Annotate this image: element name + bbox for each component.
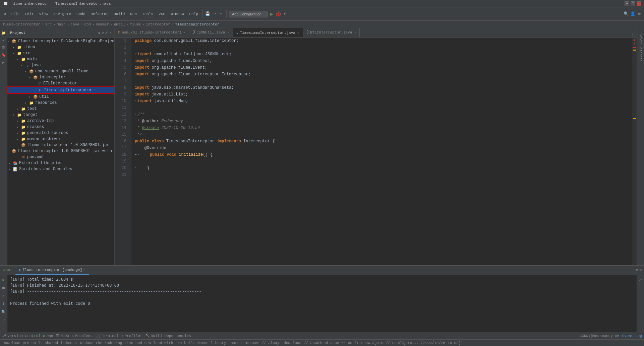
status-problems[interactable]: ⚠ Problems — [72, 334, 93, 338]
status-build[interactable]: 🔨 Build — [145, 334, 162, 338]
maven-icon[interactable]: Maven — [637, 36, 644, 43]
tab-close-etl[interactable]: ✕ — [354, 30, 356, 34]
status-version-control[interactable]: ⎇ Version Control — [2, 334, 41, 338]
tree-item-etl[interactable]: ▸ C ETLInterceptor — [7, 80, 114, 86]
panel-icon-gear[interactable]: ⚙ — [102, 30, 104, 35]
save-icon[interactable]: 💾 — [205, 11, 211, 17]
fold-3[interactable]: ▾ — [135, 51, 137, 58]
window-controls[interactable]: — □ ✕ — [625, 1, 641, 6]
breadcrumb-item-summer[interactable]: summer — [96, 22, 109, 26]
breadcrumb-item-java[interactable]: java — [70, 22, 79, 26]
tree-item-timestamp[interactable]: ▸ C TimestampInterceptor — [7, 86, 114, 94]
bookmarks-icon[interactable]: 🔖 — [0, 52, 7, 58]
breadcrumb-item-main[interactable]: main — [57, 22, 65, 26]
tree-item-java[interactable]: ▾ ☕ java — [7, 62, 114, 68]
maximize-button[interactable]: □ — [631, 1, 635, 6]
add-config-button[interactable]: Add Configuration... — [229, 11, 268, 17]
tab-etl[interactable]: J ETLInterceptor.java ✕ — [303, 28, 360, 37]
navigate-menu[interactable]: Navigate — [51, 11, 73, 17]
fold-10[interactable]: ▾ — [135, 98, 137, 105]
tree-item-generated[interactable]: ▸ 📁 generated-sources — [7, 130, 114, 136]
undo-icon[interactable]: ↩ — [212, 11, 217, 17]
run-panel-icon[interactable]: ▶ — [0, 59, 7, 66]
tree-item-resources[interactable]: ▸ 📁 resources — [7, 100, 114, 106]
tree-item-external[interactable]: ▸ 📚 External Libraries — [7, 160, 114, 166]
status-dependencies[interactable]: Dependencies — [165, 334, 191, 338]
tab-close-pom[interactable]: ✕ — [183, 30, 185, 34]
bottom-tab-run[interactable]: ▶ flume-interceptor [package] ✕ — [15, 266, 89, 275]
status-profiler[interactable]: ⚡ Profiler — [121, 334, 142, 338]
tab-timestamp[interactable]: J TimestampInterceptor.java ✕ — [233, 28, 303, 37]
run-play-icon[interactable]: ▶ — [0, 276, 7, 283]
tree-item-classes[interactable]: ▸ 📁 classes — [7, 124, 114, 130]
refactor-menu[interactable]: Refactor — [89, 11, 110, 17]
breadcrumb-item-class[interactable]: TimestampInterceptor — [175, 22, 219, 26]
tree-item-archive[interactable]: ▸ 📁 archive-tmp — [7, 118, 114, 124]
tab-close-jsonutil[interactable]: ✕ — [227, 30, 229, 34]
status-todo[interactable]: ☰ TODO — [56, 334, 69, 338]
breadcrumb-item-flume[interactable]: flume — [130, 22, 141, 26]
user-icon[interactable]: 👤 — [630, 11, 635, 17]
profile-button[interactable]: ⚡ — [282, 11, 288, 17]
panel-icon-close[interactable]: ✕ — [109, 30, 112, 35]
tree-item-maven-archiver[interactable]: ▸ 📁 maven-archiver — [7, 136, 114, 142]
build-menu[interactable]: Build — [112, 11, 127, 17]
minimize-button[interactable]: — — [625, 1, 629, 6]
vcs-menu[interactable]: VCS — [157, 11, 167, 17]
scroll-icon[interactable]: ⤓ — [0, 300, 7, 307]
run-tab-close[interactable]: ✕ — [83, 268, 85, 272]
rerun-icon[interactable]: ↺ — [0, 292, 7, 299]
tab-jsonutil[interactable]: J JSONUtil.java ✕ — [189, 28, 233, 37]
panel-icon-sort[interactable]: ⇅ — [98, 30, 100, 35]
fold-20[interactable]: ▾ — [135, 165, 137, 171]
tree-item-pom[interactable]: ▸ m pom.xml — [7, 154, 114, 160]
close-button[interactable]: ✕ — [637, 1, 641, 6]
tab-close-timestamp[interactable]: ✕ — [297, 31, 299, 35]
fold-18[interactable]: ▾ — [137, 151, 139, 158]
expand-right-icon[interactable]: ⤢ — [637, 276, 644, 283]
fold-12[interactable]: ▾ — [135, 111, 137, 118]
redo-icon[interactable]: ↪ — [219, 11, 224, 17]
tree-item-test[interactable]: ▸ 📁 test — [7, 106, 114, 112]
code-menu[interactable]: Code — [74, 11, 87, 17]
breadcrumb-item-interceptor[interactable]: interceptor — [146, 22, 170, 26]
tree-item-interceptor-folder[interactable]: ▾ 📦 interceptor — [7, 74, 114, 80]
breadcrumb-item-gmail[interactable]: gmail — [114, 22, 125, 26]
window-menu[interactable]: Window — [169, 11, 186, 17]
event-log-label[interactable]: Event Log — [622, 334, 642, 338]
run-button[interactable]: ▶ — [269, 11, 274, 17]
breadcrumb-item-project[interactable]: flume-interceptor — [3, 22, 40, 26]
view-menu[interactable]: View — [37, 11, 50, 17]
bottom-settings-icon[interactable]: ⚙ — [636, 268, 638, 273]
debug-button[interactable]: 🐞 — [276, 11, 281, 17]
breadcrumb-item-src[interactable]: src — [45, 22, 52, 26]
tree-item-package[interactable]: ▾ 📦 com.summer.gmall.flume — [7, 68, 114, 74]
file-menu[interactable]: File — [9, 11, 21, 17]
tree-item-main[interactable]: ▾ 📁 main — [7, 56, 114, 62]
status-terminal[interactable]: ⬛ Terminal — [95, 334, 119, 338]
edit-menu[interactable]: Edit — [23, 11, 36, 17]
bottom-layout-icon[interactable]: ⊞ — [640, 268, 642, 273]
commit-icon[interactable]: ✔ — [0, 37, 7, 44]
project-icon[interactable]: 📁 — [0, 29, 7, 36]
console-area[interactable]: [INFO] Total time: 2.604 s [INFO] Finish… — [7, 275, 637, 332]
status-run[interactable]: ▶ Run — [43, 334, 53, 338]
database-icon[interactable]: Database — [637, 50, 644, 57]
search-icon[interactable]: 🔍 — [623, 11, 629, 17]
tree-item-src[interactable]: ▾ 📁 src — [7, 50, 114, 56]
panel-icon-expand[interactable]: ⤢ — [105, 30, 108, 35]
tree-item-jar1[interactable]: ▸ 📦 flume-interceptor-1.0-SNAPSHOT.jar — [7, 142, 114, 148]
tree-item-scratches[interactable]: ▸ 📝 Scratches and Consoles — [7, 166, 114, 172]
tabs-extra[interactable]: ⋮ — [629, 32, 637, 37]
tools-menu[interactable]: Tools — [140, 11, 155, 17]
wrap-icon[interactable]: ↩ — [0, 317, 7, 323]
tab-pom[interactable]: m pom.xml (flume-interceptor) ✕ — [115, 28, 189, 37]
tree-item-util[interactable]: ▸ 📦 util — [7, 94, 114, 100]
code-content[interactable]: package com.summer.gmall.flume.intercept… — [131, 38, 632, 265]
tree-item-jar2[interactable]: ▸ 📦 flume-interceptor-1.0-SNAPSHOT-jar-w… — [7, 148, 114, 154]
structure-icon[interactable]: ☰ — [0, 44, 7, 51]
run-menu[interactable]: Run — [128, 11, 139, 17]
tree-item-root[interactable]: ▾ 📦 flume-interceptor D:\Acode\BigDataPr… — [7, 38, 114, 44]
settings-icon[interactable]: ⚙ — [637, 11, 642, 17]
help-menu[interactable]: Help — [187, 11, 200, 17]
